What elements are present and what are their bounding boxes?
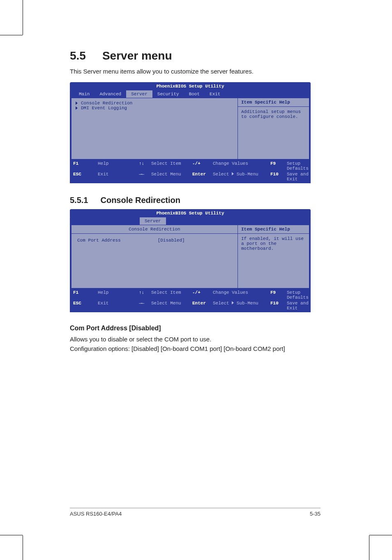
crop-mark bbox=[369, 535, 392, 535]
tab-server[interactable]: Server bbox=[140, 217, 166, 225]
key-label-select-submenu: Select Sub-Menu bbox=[213, 301, 270, 311]
key-label-change-values: Change Values bbox=[213, 290, 270, 300]
tab-advanced[interactable]: Advanced bbox=[95, 90, 126, 98]
key-label-select-item: Select Item bbox=[151, 290, 192, 300]
bios-title: PhoenixBIOS Setup Utility bbox=[70, 82, 311, 90]
subsection-title: Console Redirection bbox=[100, 196, 180, 205]
submenu-arrow-icon bbox=[76, 101, 78, 105]
updown-arrows-icon: ↑↓ bbox=[139, 161, 151, 171]
tab-security[interactable]: Security bbox=[152, 90, 184, 98]
key-f10: F10 bbox=[270, 172, 287, 182]
tab-main[interactable]: Main bbox=[74, 90, 95, 98]
bios-help-pane: Item Specific Help Additional setup menu… bbox=[238, 98, 309, 159]
key-label-help: Help bbox=[98, 290, 139, 300]
field-label: Com Port Address bbox=[77, 238, 121, 243]
crop-mark bbox=[0, 535, 23, 535]
subsection-number: 5.5.1 bbox=[70, 196, 88, 205]
key-label-setup-defaults: Setup Defaults bbox=[287, 161, 309, 171]
bios-title: PhoenixBIOS Setup Utility bbox=[70, 209, 311, 217]
section-number: 5.5 bbox=[70, 49, 86, 62]
key-label-change-values: Change Values bbox=[213, 161, 270, 171]
crop-mark bbox=[369, 535, 369, 560]
help-heading: Item Specific Help bbox=[238, 225, 309, 234]
help-body: If enabled, it will use a port on the mo… bbox=[238, 234, 309, 283]
key-f10: F10 bbox=[270, 301, 287, 311]
option-config-options: Configuration options: [Disabled] [On-bo… bbox=[70, 345, 321, 353]
key-label-setup-defaults: Setup Defaults bbox=[287, 290, 309, 300]
key-enter: Enter bbox=[192, 301, 213, 311]
crop-mark bbox=[23, 535, 23, 560]
submenu-arrow-icon bbox=[76, 106, 78, 110]
leftright-arrows-icon: →← bbox=[139, 172, 151, 182]
section-title: Server menu bbox=[102, 49, 172, 62]
menu-item-dmi-event-logging[interactable]: DMI Event Logging bbox=[76, 106, 233, 111]
field-com-port-address[interactable]: Com Port Address [Disabled] bbox=[77, 237, 232, 244]
bios-tab-bar: Server bbox=[70, 217, 311, 225]
key-esc: ESC bbox=[73, 301, 98, 311]
bios-screenshot-console-redirection: PhoenixBIOS Setup Utility Server Console… bbox=[70, 209, 311, 312]
key-label-select-submenu: Select Sub-Menu bbox=[213, 172, 270, 182]
leftright-arrows-icon: →← bbox=[139, 301, 151, 311]
key-esc: ESC bbox=[73, 172, 98, 182]
key-label-save-exit: Save and Exit bbox=[287, 301, 309, 311]
bios-key-legend: F1 Help ↑↓ Select Item -/+ Change Values… bbox=[70, 159, 311, 183]
key-label-help: Help bbox=[98, 161, 139, 171]
help-body: Additional setup menus to configure cons… bbox=[238, 107, 309, 156]
key-plusminus: -/+ bbox=[192, 290, 213, 300]
key-f9: F9 bbox=[270, 290, 287, 300]
bios-help-pane: Item Specific Help If enabled, it will u… bbox=[238, 225, 309, 288]
help-heading: Item Specific Help bbox=[238, 98, 309, 107]
key-f1: F1 bbox=[73, 161, 98, 171]
bios-key-legend: F1 Help ↑↓ Select Item -/+ Change Values… bbox=[70, 288, 311, 312]
key-label-exit: Exit bbox=[98, 172, 139, 182]
menu-item-console-redirection[interactable]: Console Redirection bbox=[76, 101, 233, 106]
key-f9: F9 bbox=[270, 161, 287, 171]
intro-paragraph: This Server menu items allow you to cust… bbox=[70, 67, 321, 76]
key-label-select-menu: Select Menu bbox=[151, 301, 192, 311]
key-f1: F1 bbox=[73, 290, 98, 300]
menu-item-label: DMI Event Logging bbox=[81, 106, 127, 111]
tab-exit[interactable]: Exit bbox=[205, 90, 225, 98]
key-label-exit: Exit bbox=[98, 301, 139, 311]
key-label-select-menu: Select Menu bbox=[151, 172, 192, 182]
key-label-select-item: Select Item bbox=[151, 161, 192, 171]
menu-item-label: Console Redirection bbox=[81, 101, 132, 106]
bios-screenshot-server-menu: PhoenixBIOS Setup Utility Main Advanced … bbox=[70, 82, 311, 183]
crop-mark bbox=[23, 0, 23, 35]
key-label-save-exit: Save and Exit bbox=[287, 172, 309, 182]
bios-menu-pane: Console Redirection Com Port Address [Di… bbox=[71, 225, 238, 288]
page-footer: ASUS RS160-E4/PA4 5-35 bbox=[70, 508, 321, 517]
footer-page-number: 5-35 bbox=[310, 511, 321, 517]
tab-boot[interactable]: Boot bbox=[184, 90, 205, 98]
field-value: [Disabled] bbox=[158, 238, 185, 243]
key-plusminus: -/+ bbox=[192, 161, 213, 171]
key-enter: Enter bbox=[192, 172, 213, 182]
tab-server[interactable]: Server bbox=[126, 90, 152, 98]
option-heading: Com Port Address [Disabled] bbox=[70, 325, 321, 332]
crop-mark bbox=[0, 35, 23, 35]
bios-tab-bar: Main Advanced Server Security Boot Exit bbox=[70, 90, 311, 98]
pane-section-header: Console Redirection bbox=[71, 225, 238, 234]
bios-menu-pane: Console Redirection DMI Event Logging bbox=[71, 98, 238, 159]
option-description: Allows you to disable or select the COM … bbox=[70, 335, 321, 343]
updown-arrows-icon: ↑↓ bbox=[139, 290, 151, 300]
footer-product: ASUS RS160-E4/PA4 bbox=[70, 511, 122, 517]
